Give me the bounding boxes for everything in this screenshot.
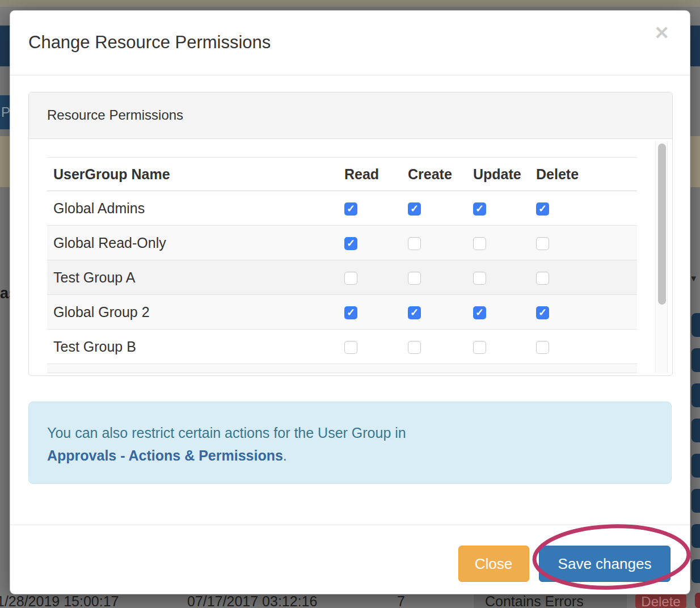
create-cell: ✓ xyxy=(408,200,473,217)
delete-cell: ✓ xyxy=(536,200,637,217)
create-checkbox[interactable]: ✓ xyxy=(408,202,421,216)
background-count: 7 xyxy=(397,593,405,608)
background-red-button xyxy=(695,593,700,608)
background-action-button xyxy=(691,489,700,513)
col-create: Create xyxy=(408,166,473,183)
background-delete-button: Delete xyxy=(635,594,686,608)
read-checkbox[interactable]: ✓ xyxy=(344,306,357,319)
update-checkbox[interactable] xyxy=(473,341,486,354)
background-timestamp: 1/28/2019 15:00:17 xyxy=(0,593,119,608)
read-cell: ✓ xyxy=(344,200,408,217)
col-read: Read xyxy=(344,166,408,183)
delete-cell xyxy=(536,235,637,251)
background-status: Contains Errors xyxy=(485,593,584,608)
update-checkbox[interactable] xyxy=(473,272,486,285)
create-cell xyxy=(408,235,473,251)
usergroup-name: Global Group 2 xyxy=(47,304,344,320)
background-action-button xyxy=(691,419,700,442)
read-cell: ✓ xyxy=(344,235,408,251)
modal-footer: Close Save changes xyxy=(10,525,690,594)
delete-checkbox[interactable]: ✓ xyxy=(536,202,549,216)
screen: Pu as s ▼ 1/28/2019 15:00:17 07/17/2017 … xyxy=(0,0,700,608)
permissions-table: UserGroup Name Read Create Update Delete… xyxy=(47,157,637,373)
delete-checkbox[interactable]: ✓ xyxy=(536,306,549,319)
modal-title: Change Resource Permissions xyxy=(28,32,271,53)
delete-cell: ✓ xyxy=(536,304,637,320)
table-row: Test Group A xyxy=(47,260,637,295)
create-checkbox[interactable] xyxy=(408,341,421,354)
usergroup-name: Test Group A xyxy=(47,269,344,286)
background-action-button xyxy=(691,383,700,407)
info-link: Approvals - Actions & Permissions xyxy=(47,447,283,463)
panel-title: Resource Permissions xyxy=(29,92,672,123)
background-action-button xyxy=(691,559,700,583)
update-cell xyxy=(473,339,536,355)
background-action-button xyxy=(691,313,700,337)
create-checkbox[interactable] xyxy=(408,272,421,285)
check-icon: ✓ xyxy=(344,237,357,250)
table-row: Global Admins✓✓✓✓ xyxy=(47,191,637,226)
create-checkbox[interactable] xyxy=(408,237,421,250)
read-checkbox[interactable] xyxy=(344,272,357,285)
delete-checkbox[interactable] xyxy=(536,341,549,354)
save-changes-button[interactable]: Save changes xyxy=(539,546,671,582)
usergroup-name: Global Admins xyxy=(47,200,344,217)
table-row: Global Group 2✓✓✓✓ xyxy=(47,295,637,330)
check-icon: ✓ xyxy=(536,202,549,216)
permissions-rows: Global Admins✓✓✓✓Global Read-Only✓Test G… xyxy=(47,191,637,364)
create-cell xyxy=(408,269,473,286)
usergroup-name: Global Read-Only xyxy=(47,235,344,251)
create-checkbox[interactable]: ✓ xyxy=(408,306,421,319)
background-action-button xyxy=(691,348,700,372)
update-checkbox[interactable]: ✓ xyxy=(473,202,486,216)
table-row: Test Group B xyxy=(47,330,637,364)
update-checkbox[interactable]: ✓ xyxy=(473,306,486,319)
update-cell: ✓ xyxy=(473,200,536,217)
scrollbar-thumb[interactable] xyxy=(658,143,666,305)
table-row: Global Read-Only✓ xyxy=(47,226,637,260)
background-timestamp: 07/17/2017 03:12:16 xyxy=(187,593,317,608)
col-delete: Delete xyxy=(536,166,637,183)
read-checkbox[interactable]: ✓ xyxy=(344,202,357,216)
usergroup-name: Test Group B xyxy=(47,339,344,355)
col-usergroup-name: UserGroup Name xyxy=(47,166,344,183)
delete-cell xyxy=(536,269,637,286)
sort-icon: ▼ xyxy=(689,273,698,283)
delete-checkbox[interactable] xyxy=(536,237,549,250)
create-cell xyxy=(408,339,473,355)
info-box: You can also restrict certain actions fo… xyxy=(28,402,672,484)
partially-visible-row xyxy=(47,364,637,373)
check-icon: ✓ xyxy=(344,306,357,319)
panel-body: UserGroup Name Read Create Update Delete… xyxy=(29,139,672,376)
info-text-suffix: . xyxy=(283,447,287,463)
modal-header: Change Resource Permissions ✕ xyxy=(10,11,690,75)
info-text-line1: You can also restrict certain actions fo… xyxy=(47,421,671,444)
update-cell xyxy=(473,269,536,286)
read-checkbox[interactable] xyxy=(344,341,357,354)
read-cell: ✓ xyxy=(344,304,408,320)
check-icon: ✓ xyxy=(408,202,421,216)
table-header-row: UserGroup Name Read Create Update Delete xyxy=(47,157,637,191)
check-icon: ✓ xyxy=(344,202,357,216)
check-icon: ✓ xyxy=(473,202,486,216)
top-bar xyxy=(0,0,700,7)
panel-heading: Resource Permissions xyxy=(29,92,672,139)
col-update: Update xyxy=(473,166,536,183)
read-checkbox[interactable]: ✓ xyxy=(344,237,357,250)
read-cell xyxy=(344,269,408,286)
change-resource-permissions-modal: Change Resource Permissions ✕ Resource P… xyxy=(10,10,690,594)
check-icon: ✓ xyxy=(473,306,486,319)
update-cell xyxy=(473,235,536,251)
update-checkbox[interactable] xyxy=(473,237,486,250)
check-icon: ✓ xyxy=(408,306,421,319)
update-cell: ✓ xyxy=(473,304,536,320)
background-action-button xyxy=(691,454,700,478)
delete-checkbox[interactable] xyxy=(536,272,549,285)
background-action-button xyxy=(691,524,700,548)
create-cell: ✓ xyxy=(408,304,473,320)
close-icon[interactable]: ✕ xyxy=(651,23,673,43)
check-icon: ✓ xyxy=(536,306,549,319)
close-button[interactable]: Close xyxy=(458,546,529,582)
read-cell xyxy=(344,339,408,355)
delete-cell xyxy=(536,339,637,355)
